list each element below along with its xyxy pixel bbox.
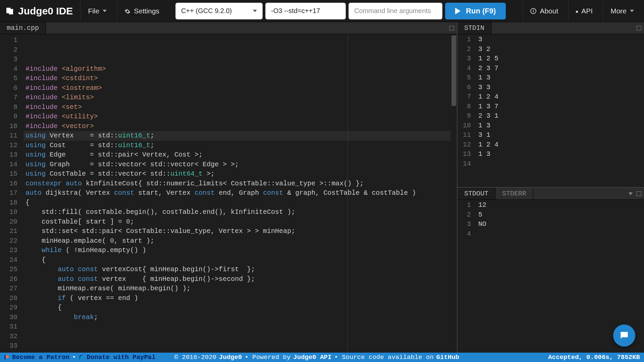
api-menu-label: API [581,7,593,15]
file-menu[interactable]: File [80,1,114,21]
chat-icon [619,330,630,341]
paypal-link[interactable]: Donate with PayPal [87,354,155,361]
editor-scrollbar[interactable] [451,34,457,353]
play-icon [455,8,461,14]
maximize-pane-icon[interactable] [637,191,641,196]
collapse-pane-icon[interactable] [629,192,633,195]
svg-point-1 [6,355,9,358]
logo[interactable]: Judge0 IDE [3,5,77,17]
source-text: • Source code available on [334,354,433,361]
tab-stdin-label: STDIN [464,24,484,32]
github-link[interactable]: GitHub [436,354,459,361]
tab-stdout[interactable]: STDOUT [458,188,495,199]
stdout-tab-strip: STDOUT STDERR [458,188,644,200]
about-menu-label: About [540,7,558,15]
file-menu-label: File [88,7,99,15]
settings-menu-label: Settings [134,7,159,15]
judge0-api-link[interactable]: Judge0 API [293,354,331,361]
stdout-gutter: 1234 [458,200,476,353]
status-sep: • [72,354,76,361]
language-select[interactable]: C++ (GCC 9.2.0) [175,3,263,19]
tab-stderr-label: STDERR [502,190,526,197]
powered-text: • Powered by [245,354,291,361]
run-button[interactable]: Run (F9) [445,3,506,19]
scrollbar-thumb[interactable] [451,36,456,106]
run-button-label: Run (F9) [466,7,496,15]
about-menu[interactable]: i About [523,1,566,21]
stdin-tab-strip: STDIN [458,22,644,34]
chevron-down-icon [253,10,257,12]
stdin-pane-controls [634,22,644,34]
stdin-pane: STDIN 1234567891011121314 33 21 2 52 3 7… [458,22,644,187]
svg-rect-0 [4,355,5,359]
brand-text: Judge0 IDE [18,5,73,17]
caret-down-icon [630,10,634,12]
stdout-pane-controls [626,188,644,199]
api-icon [576,11,578,11]
more-menu-label: More [610,7,627,15]
editor-tab-strip: main.cpp [0,22,457,34]
judge0-logo-icon [5,6,15,16]
paypal-icon [78,355,84,360]
editor-tab-main[interactable]: main.cpp [0,22,46,34]
tab-stderr[interactable]: STDERR [495,188,533,199]
info-icon: i [530,8,536,14]
stdin-editor[interactable]: 1234567891011121314 33 21 2 52 3 71 33 3… [458,34,644,187]
io-pane: STDIN 1234567891011121314 33 21 2 52 3 7… [457,22,644,353]
status-bar: Become a Patron • Donate with PayPal © 2… [0,353,644,362]
top-bar: Judge0 IDE File Settings C++ (GCC 9.2.0)… [0,0,644,22]
gear-icon [124,8,130,14]
caret-down-icon [103,10,107,12]
judge0-link[interactable]: Judge0 [219,354,242,361]
patreon-icon [4,355,9,360]
stdin-text[interactable]: 33 21 2 52 3 71 33 31 2 41 3 72 3 11 33 … [476,34,644,187]
code-editor[interactable]: 1234567891011121314151617181920212223242… [0,34,457,353]
language-select-value: C++ (GCC 9.2.0) [181,7,232,15]
cli-args-input[interactable] [348,3,442,19]
more-menu[interactable]: More [603,1,641,21]
stdin-gutter: 1234567891011121314 [458,34,476,187]
editor-gutter: 1234567891011121314151617181920212223242… [0,34,23,353]
maximize-pane-icon[interactable] [637,26,641,31]
editor-pane: main.cpp 1234567891011121314151617181920… [0,22,457,353]
editor-ruler [347,34,348,353]
editor-body[interactable]: #include <algorithm>#include <cstdint>#i… [23,34,451,353]
editor-pane-controls [447,22,457,34]
patron-link[interactable]: Become a Patron [12,354,69,361]
editor-tab-label: main.cpp [7,24,39,32]
chat-fab[interactable] [613,324,635,347]
settings-menu[interactable]: Settings [117,1,167,21]
copyright-text: © 2016-2020 [174,354,216,361]
compiler-flags-input[interactable] [265,3,346,19]
main-area: main.cpp 1234567891011121314151617181920… [0,22,644,353]
run-result: Accepted, 0.006s, 7852KB [548,354,640,361]
tab-stdout-label: STDOUT [464,190,488,197]
api-menu[interactable]: API [568,1,600,21]
tab-stdin[interactable]: STDIN [458,22,491,34]
maximize-pane-icon[interactable] [449,26,454,31]
